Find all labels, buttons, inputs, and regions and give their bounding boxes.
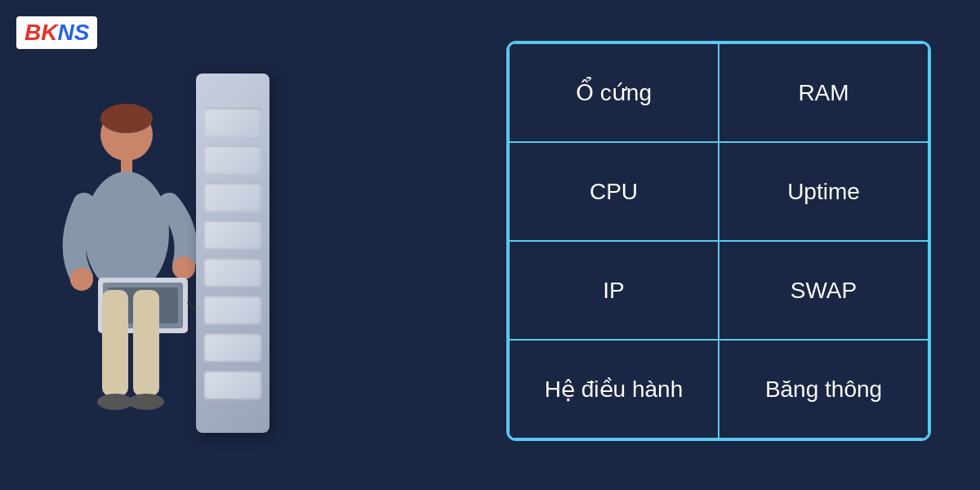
server-slot xyxy=(204,145,261,173)
info-grid: Ổ cứng RAM CPU Uptime IP SWAP Hệ điều hà… xyxy=(506,41,931,441)
grid-cell-cpu: CPU xyxy=(509,142,719,241)
server-slot xyxy=(204,183,261,211)
logo-letter-b: B xyxy=(24,20,41,46)
logo-letter-k: K xyxy=(41,20,57,46)
grid-cell-ram: RAM xyxy=(719,43,929,142)
person-figure xyxy=(57,90,204,452)
grid-cell-uptime: Uptime xyxy=(719,142,929,241)
logo-letter-s: S xyxy=(74,20,90,46)
server-slot xyxy=(204,108,261,136)
grid-cell-ip: IP xyxy=(509,241,719,340)
server-slot xyxy=(204,371,261,399)
svg-rect-10 xyxy=(133,290,159,396)
svg-point-4 xyxy=(70,268,93,291)
svg-point-12 xyxy=(128,394,164,410)
grid-cell-bang-thong: Băng thông xyxy=(719,340,929,439)
svg-point-11 xyxy=(97,394,133,410)
illustration-area xyxy=(33,49,425,474)
grid-cell-o-cung: Ổ cứng xyxy=(509,43,719,142)
server-slot xyxy=(204,258,261,286)
svg-rect-2 xyxy=(121,157,132,173)
server-slot xyxy=(204,220,261,248)
grid-cell-he-dieu-hanh: Hệ điều hành xyxy=(509,340,719,439)
grid-cell-swap: SWAP xyxy=(719,241,929,340)
server-slot xyxy=(204,333,261,361)
bkns-logo: B K N S xyxy=(16,16,97,49)
svg-rect-9 xyxy=(102,290,128,396)
svg-point-5 xyxy=(172,256,195,279)
svg-point-3 xyxy=(84,172,169,294)
svg-point-1 xyxy=(100,104,153,133)
server-tower xyxy=(196,74,270,433)
logo-letter-n: N xyxy=(57,20,74,46)
server-slot xyxy=(204,296,261,323)
